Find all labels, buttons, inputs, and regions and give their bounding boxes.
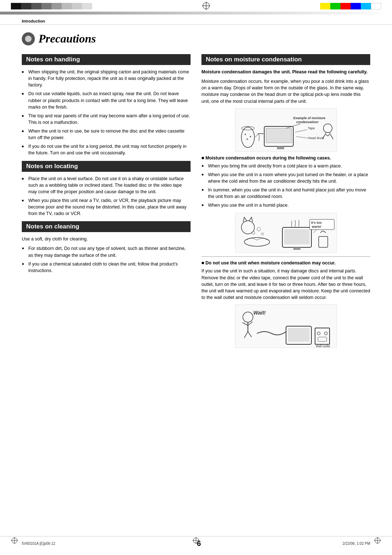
list-item: When you use the unit in a room where yo…	[201, 171, 370, 185]
color-block-red	[340, 3, 351, 9]
moisture-sub-heading-2: Do not use the unit when moisture conden…	[201, 260, 370, 266]
list-item: The top and rear panels of the unit may …	[22, 113, 191, 126]
list-item: If you do not use the unit for a long pe…	[22, 143, 191, 156]
footer-left: 5V60101A [E]p06-12	[22, 542, 55, 546]
list-item: If you use a chemical saturated cloth to…	[22, 261, 191, 274]
locating-list: Place the unit on a level surface. Do no…	[22, 175, 191, 217]
left-column: Notes on handling When shipping the unit…	[22, 54, 191, 352]
moisture-header: Notes on moisture condensation	[201, 54, 370, 65]
bottom-center-reg-mark	[192, 537, 200, 544]
svg-text:it's too: it's too	[311, 221, 322, 224]
svg-text:Head drum: Head drum	[308, 136, 324, 140]
main-content: Precautions Notes on handling When shipp…	[0, 25, 392, 359]
moisture-cases-list: When you bring the unit directly from a …	[201, 163, 370, 209]
handling-header: Notes on handling	[22, 54, 191, 65]
svg-rect-11	[277, 146, 284, 149]
svg-point-8	[246, 138, 248, 140]
gray-block	[41, 3, 52, 9]
list-item: When the unit is not in use, be sure to …	[22, 128, 191, 141]
bottom-right-reg-mark	[374, 537, 381, 544]
page-header: Introduction	[0, 16, 392, 25]
list-item: When you use the unit in a humid place.	[201, 202, 370, 208]
moisture-intro: Moisture condensation occurs, for exampl…	[201, 78, 370, 105]
gray-block	[72, 3, 82, 9]
section-label: Introduction	[22, 19, 45, 23]
moisture-svg-2: it's too warm!	[235, 213, 337, 253]
moisture-warning: Moisture condensation damages the unit. …	[201, 69, 370, 75]
svg-rect-26	[284, 229, 310, 244]
svg-text:Wall outlet: Wall outlet	[316, 344, 330, 348]
page-footer: 5V60101A [E]p06-12 6 2/22/06, 1:02 PM	[0, 536, 392, 548]
gray-block	[52, 3, 62, 9]
moisture-sub-heading-1: Moisture condensation occurs during the …	[201, 155, 370, 161]
svg-text:warm!: warm!	[311, 225, 322, 228]
list-item: For stubborn dirt, Do not use any type o…	[22, 245, 191, 258]
color-block-white	[371, 3, 381, 9]
svg-rect-10	[266, 128, 291, 143]
cleaning-intro: Use a soft, dry cloth for cleaning.	[22, 236, 191, 242]
svg-rect-27	[293, 247, 301, 250]
list-item: In summer, when you use the unit in a ho…	[201, 187, 370, 200]
moisture-svg-1: Example of moisture condensation! Tape H…	[235, 108, 337, 152]
moisture-illustration-3: Wait! Wall outlet	[201, 304, 370, 348]
cleaning-list: For stubborn dirt, Do not use any type o…	[22, 245, 191, 274]
svg-text:Wait!: Wait!	[253, 310, 266, 316]
color-bar	[320, 3, 381, 9]
center-registration-mark	[202, 1, 211, 10]
moisture-svg-3: Wait! Wall outlet	[235, 304, 337, 348]
gradient-bar	[0, 12, 392, 15]
svg-rect-37	[288, 328, 310, 342]
gray-block	[82, 3, 92, 9]
divider	[201, 256, 370, 257]
cleaning-header: Notes on cleaning	[22, 221, 191, 232]
gray-block	[62, 3, 72, 9]
moisture-illustration-2: it's too warm!	[201, 213, 370, 253]
color-block-yellow	[320, 3, 330, 9]
grayscale-bar	[11, 3, 92, 9]
gray-block	[11, 3, 21, 9]
color-block-cyan	[361, 3, 371, 9]
color-block-green	[330, 3, 340, 9]
footer-right: 2/22/06, 1:02 PM	[343, 542, 370, 546]
title-icon	[22, 32, 35, 45]
svg-text:condensation!: condensation!	[296, 120, 319, 124]
locating-header: Notes on locating	[22, 161, 191, 172]
gray-block	[31, 3, 41, 9]
list-item: Place the unit on a level surface. Do no…	[22, 175, 191, 195]
bottom-left-reg-mark	[11, 537, 18, 544]
moisture-illustration-1: Example of moisture condensation! Tape H…	[201, 108, 370, 152]
list-item: When you place this unit near a TV, radi…	[22, 197, 191, 217]
list-item: Do not use volatile liquids, such as ins…	[22, 90, 191, 110]
color-block-blue	[351, 3, 361, 9]
handling-list: When shipping the unit, the original shi…	[22, 69, 191, 157]
svg-point-7	[250, 136, 251, 137]
gray-block	[21, 3, 31, 9]
illus-label: Example of moisture	[293, 116, 326, 120]
svg-point-6	[245, 134, 246, 135]
do-not-text: If you use the unit in such a situation,…	[201, 268, 370, 301]
list-item: When you bring the unit directly from a …	[201, 163, 370, 169]
svg-text:Tape: Tape	[308, 126, 315, 130]
right-column: Notes on moisture condensation Moisture …	[201, 54, 370, 352]
list-item: When shipping the unit, the original shi…	[22, 69, 191, 88]
page-title: Precautions	[22, 32, 370, 45]
title-text: Precautions	[38, 32, 96, 45]
content-columns: Notes on handling When shipping the unit…	[22, 54, 370, 352]
